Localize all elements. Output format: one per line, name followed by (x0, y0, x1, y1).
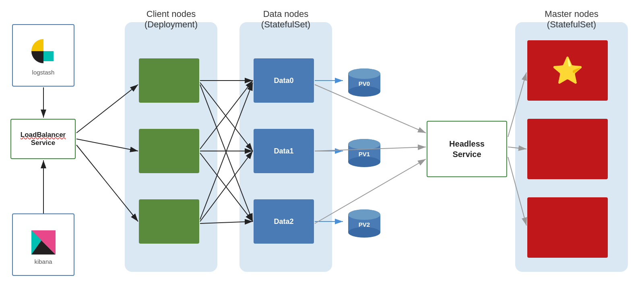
svg-text:PV0: PV0 (359, 80, 370, 87)
client-panel-label: Client nodes (Deployment) (125, 9, 217, 30)
svg-point-14 (348, 157, 380, 167)
pv2-container: PV2 (344, 207, 384, 240)
lb-line1: LoadBalancer (21, 131, 66, 139)
kibana-icon (27, 224, 60, 257)
data-node-0-label: Data0 (274, 77, 293, 85)
svg-text:PV2: PV2 (359, 221, 370, 228)
client-node-1 (139, 129, 199, 173)
pv1-cylinder: PV1 (344, 137, 384, 169)
svg-text:PV1: PV1 (359, 151, 370, 157)
pv0-container: PV0 (344, 66, 384, 99)
client-node-0 (139, 58, 199, 103)
headless-service-box: Headless Service (427, 121, 507, 177)
pv2-cylinder: PV2 (344, 207, 384, 240)
headless-service-label: Headless Service (449, 139, 485, 159)
master-label-line1: Master nodes (545, 9, 598, 19)
data-node-1: Data1 (254, 129, 314, 173)
client-node-2 (139, 199, 199, 244)
pv0-cylinder: PV0 (344, 66, 384, 99)
svg-point-20 (348, 209, 380, 220)
lb-line2: Service (31, 139, 56, 147)
kibana-box: kibana (12, 213, 74, 276)
data-node-2-label: Data2 (274, 217, 293, 226)
logstash-box: logstash (12, 24, 74, 87)
pv1-container: PV1 (344, 137, 384, 169)
master-node-2 (527, 197, 608, 258)
client-label-line1: Client nodes (147, 9, 196, 19)
hs-line2: Service (452, 150, 481, 159)
data-node-0: Data0 (254, 58, 314, 103)
data-label-line2: (StatefulSet) (261, 19, 310, 29)
diagram-container: Client nodes (Deployment) Data nodes (St… (0, 0, 644, 298)
kibana-label: kibana (34, 258, 52, 265)
loadbalancer-label: LoadBalancer Service (21, 131, 66, 147)
master-panel-label: Master nodes (StatefulSet) (515, 9, 628, 30)
master-node-0: ⭐ (527, 40, 608, 101)
hs-line1: Headless (449, 139, 485, 148)
star-icon: ⭐ (551, 58, 584, 83)
data-node-2: Data2 (254, 199, 314, 244)
master-label-line2: (StatefulSet) (547, 19, 596, 29)
client-label-line2: (Deployment) (144, 19, 198, 29)
data-label-line1: Data nodes (263, 9, 309, 19)
svg-point-10 (348, 68, 380, 79)
logstash-label: logstash (32, 69, 55, 76)
data-node-1-label: Data1 (274, 147, 293, 155)
svg-point-9 (348, 86, 380, 97)
logstash-icon (27, 35, 60, 67)
svg-point-19 (348, 227, 380, 238)
svg-point-15 (348, 139, 380, 149)
loadbalancer-service-box: LoadBalancer Service (10, 119, 76, 159)
data-panel-label: Data nodes (StatefulSet) (239, 9, 332, 30)
svg-rect-2 (43, 51, 54, 61)
master-node-1 (527, 119, 608, 179)
